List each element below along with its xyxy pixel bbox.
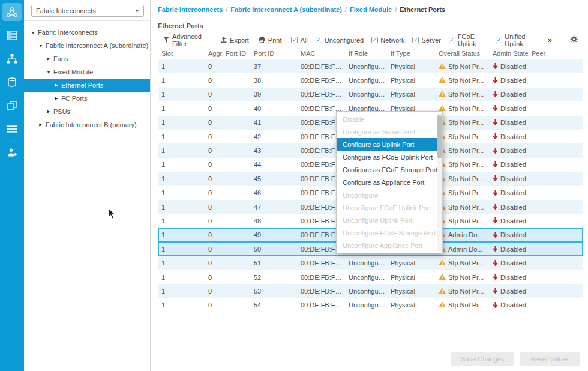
cell-aggr-port-id: 0: [205, 133, 250, 140]
print-button[interactable]: Print: [259, 37, 282, 44]
admin-down-icon: [493, 62, 498, 70]
breadcrumb-separator: /: [226, 6, 227, 13]
nav-equipment[interactable]: [2, 3, 22, 21]
export-button[interactable]: Export: [221, 37, 249, 44]
cell-aggr-port-id: 0: [205, 301, 250, 309]
admin-state-text: Disabled: [500, 274, 526, 281]
admin-state-text: Disabled: [500, 77, 526, 84]
checkbox-all[interactable]: ✓: [291, 37, 298, 43]
sidebar: Fabric Interconnects ▼ ▼Fabric Interconn…: [24, 0, 151, 371]
checkbox-server[interactable]: ✓: [412, 37, 419, 43]
breadcrumb-item-ethernet-ports: Ethernet Ports: [400, 6, 445, 13]
context-menu-scrollbar[interactable]: [437, 113, 442, 252]
cell-overall-status: Sfp Not Pr...: [435, 133, 489, 140]
chevron-collapsed-icon[interactable]: ▶: [53, 96, 59, 101]
overall-status-text: Sfp Not Pr...: [448, 175, 484, 182]
menu-item-configure-as-appliance-port[interactable]: Configure as Appliance Port: [337, 176, 442, 189]
nav-storage[interactable]: [2, 120, 22, 138]
checkbox-unconfigured[interactable]: ✓: [316, 37, 322, 43]
nav-san[interactable]: [2, 73, 22, 91]
column-header-overall-status[interactable]: Overall Status: [435, 50, 489, 57]
menu-item-unconfigure-appliance-port: Unconfigure Appliance Port: [337, 239, 442, 252]
table-row[interactable]: 103800:DE:FB:FF:...UnconfiguredPhysicalS…: [158, 73, 583, 87]
filter-label: FCoE Uplink: [458, 33, 488, 47]
chevron-expanded-icon[interactable]: ▼: [30, 31, 36, 35]
nav-lan[interactable]: [2, 50, 22, 68]
cell-slot: 1: [158, 105, 205, 112]
cell-slot: 1: [158, 288, 205, 295]
overall-status-text: Admin Do...: [448, 246, 482, 253]
cell-overall-status: Sfp Not Pr...: [435, 175, 489, 182]
nav-servers[interactable]: [2, 26, 22, 44]
menu-item-configure-as-server-port: Configure as Server Port: [337, 125, 442, 138]
tree-item-fans[interactable]: ▶Fans: [24, 52, 150, 65]
admin-down-icon: [493, 77, 498, 85]
overall-status-text: Sfp Not Pr...: [448, 105, 484, 112]
checkbox-unified-uplink[interactable]: ✓: [496, 37, 502, 43]
column-header-port-id[interactable]: Port ID: [250, 50, 297, 57]
tree-item-label: Fabric Interconnects: [38, 29, 98, 36]
toolbar-action-label: Print: [268, 37, 282, 44]
nav-admin[interactable]: [2, 143, 22, 161]
cell-if-role: Unconfigured: [345, 301, 387, 309]
table-row[interactable]: 103900:DE:FB:FF:...UnconfiguredPhysicalS…: [158, 88, 583, 101]
table-row[interactable]: 105200:DE:FB:FF:...UnconfiguredPhysicalS…: [158, 270, 583, 284]
breadcrumb-item-fixed-module[interactable]: Fixed Module: [350, 6, 392, 13]
menu-item-configure-as-uplink-port[interactable]: Configure as Uplink Port: [337, 138, 442, 151]
column-header-aggr-port-id[interactable]: Aggr. Port ID: [205, 50, 250, 57]
tree-item-fabric-interconnect-b-primary[interactable]: ▶Fabric Interconnect B (primary): [24, 118, 150, 131]
checkbox-fcoe-uplink[interactable]: ✓: [449, 37, 455, 43]
chevron-collapsed-icon[interactable]: ▶: [38, 122, 44, 127]
tree-item-fabric-interconnect-a-subordinate[interactable]: ▼Fabric Interconnect A (subordinate): [24, 39, 150, 52]
tree-item-fixed-module[interactable]: ▼Fixed Module: [24, 65, 150, 79]
admin-state-text: Disabled: [500, 63, 526, 70]
scrollbar-thumb[interactable]: [437, 115, 442, 158]
cell-if-role: Unconfigured: [345, 63, 387, 70]
advanced-filter-button[interactable]: Advanced Filter: [163, 33, 211, 47]
cell-overall-status: Sfp Not Pr...: [435, 274, 489, 281]
cell-slot: 1: [158, 204, 205, 211]
overall-status-text: Sfp Not Pr...: [448, 147, 484, 154]
toolbar-right: »: [548, 35, 578, 44]
column-header-if-role[interactable]: If Role: [345, 50, 387, 57]
table-settings-gear-icon[interactable]: [570, 35, 578, 44]
tree-item-fabric-interconnects[interactable]: ▼Fabric Interconnects: [24, 26, 150, 39]
cell-mac: 00:DE:FB:FF:...: [297, 274, 345, 281]
table-row[interactable]: 103700:DE:FB:FF:...UnconfiguredPhysicalS…: [158, 59, 583, 73]
tree-item-psus[interactable]: ▶PSUs: [24, 105, 150, 118]
admin-down-icon: [493, 91, 498, 98]
tree-item-ethernet-ports[interactable]: ▶Ethernet Ports: [24, 79, 150, 92]
breadcrumb-item-fabric-interconnect-a-subordinate[interactable]: Fabric Interconnect A (subordinate): [230, 6, 342, 13]
table-row[interactable]: 105300:DE:FB:FF:...UnconfiguredPhysicalS…: [158, 284, 583, 298]
save-changes-button[interactable]: Save Changes: [451, 352, 514, 366]
filter-label: Unconfigured: [325, 37, 364, 44]
chevron-expanded-icon[interactable]: ▼: [46, 70, 52, 74]
column-header-if-type[interactable]: If Type: [387, 50, 435, 57]
checkbox-network[interactable]: ✓: [371, 37, 378, 43]
tree-item-fc-ports[interactable]: ▶FC Ports: [24, 92, 150, 105]
cell-if-role: Unconfigured: [345, 91, 387, 98]
chevron-collapsed-icon[interactable]: ▶: [46, 109, 52, 114]
more-columns-chevron-icon[interactable]: »: [548, 36, 552, 44]
column-header-peer[interactable]: Peer: [528, 50, 583, 57]
tree-item-label: PSUs: [53, 108, 70, 115]
reset-values-button[interactable]: Reset Values: [520, 352, 580, 366]
admin-state-text: Disabled: [500, 301, 526, 309]
warning-triangle-icon: [439, 91, 446, 98]
chevron-expanded-icon[interactable]: ▼: [38, 44, 44, 48]
filter-network: ✓Network: [371, 37, 404, 44]
nav-vm[interactable]: [2, 97, 22, 115]
column-header-slot[interactable]: Slot: [158, 50, 205, 57]
column-header-admin-state[interactable]: Admin State: [489, 50, 528, 57]
cell-admin-state: Disabled: [489, 231, 528, 239]
breadcrumb-item-fabric-interconnects[interactable]: Fabric Interconnects: [158, 6, 223, 13]
equipment-filter-dropdown[interactable]: Fabric Interconnects ▼: [31, 5, 144, 17]
menu-item-configure-as-fcoe-uplink-port[interactable]: Configure as FCoE Uplink Port: [337, 151, 442, 163]
chevron-collapsed-icon[interactable]: ▶: [53, 83, 59, 88]
table-row[interactable]: 105100:DE:FB:FF:...UnconfiguredPhysicalS…: [158, 256, 583, 270]
menu-item-configure-as-fcoe-storage-port[interactable]: Configure as FCoE Storage Port: [337, 163, 442, 176]
cell-admin-state: Disabled: [489, 189, 528, 197]
column-header-mac[interactable]: MAC: [297, 50, 345, 57]
chevron-collapsed-icon[interactable]: ▶: [46, 56, 52, 61]
table-row[interactable]: 105400:DE:FB:FF:...UnconfiguredPhysicalS…: [158, 298, 583, 312]
